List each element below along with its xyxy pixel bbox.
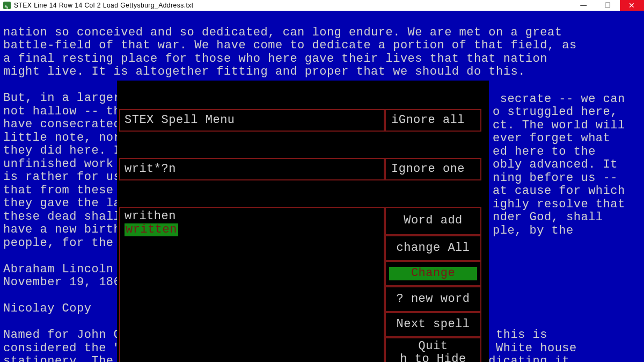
app-icon <box>3 2 11 9</box>
text-line: Nicolay Copy <box>3 302 91 315</box>
text-line-left: unfinished work <box>3 157 121 171</box>
suggestion-item-selected[interactable]: written <box>125 223 379 237</box>
text-line-right: ighly resolve that <box>493 198 625 211</box>
text-line-right: nder God, shall <box>493 211 603 224</box>
text-line-right: at cause for which <box>493 184 625 198</box>
hide-hint: h to Hide <box>400 353 466 362</box>
text-line-left: But, in a larger <box>3 91 128 105</box>
text-line-left: not hallow -- th <box>3 105 121 118</box>
window-titlebar: STEX Line 14 Row 14 Col 2 Load Gettysbur… <box>0 0 644 11</box>
text-line-right: ed here to the <box>493 145 596 158</box>
text-line: a final resting place for those who here… <box>3 52 547 66</box>
text-line-left: that from these <box>3 184 121 197</box>
new-word-button[interactable]: ? new word <box>385 286 481 312</box>
text-line-left: little note, nor <box>3 131 128 144</box>
text-line-right: ple, by the <box>493 224 574 237</box>
text-line-left: have a new birth <box>3 223 128 236</box>
change-all-button[interactable]: change All <box>385 235 481 261</box>
text-line-left: people, for the <box>3 236 121 250</box>
text-line-right: secrate -- we can <box>493 92 625 106</box>
text-line-right: ct. The world will <box>493 119 625 132</box>
close-button[interactable]: ✕ <box>620 0 644 11</box>
text-line-left: is rather for us <box>3 170 128 184</box>
ignore-one-button[interactable]: Ignore one <box>385 158 481 180</box>
maximize-button[interactable]: ❐ <box>596 0 620 11</box>
text-line: Abraham Lincoln <box>3 263 114 276</box>
text-line-left: these dead shall <box>3 210 128 223</box>
spell-menu-dialog: STEX Spell Menu iGnore all writ*?n Ignor… <box>117 81 489 362</box>
ignore-all-button[interactable]: iGnore all <box>385 109 481 132</box>
minimize-button[interactable]: — <box>572 0 596 11</box>
titlebar-text: STEX Line 14 Row 14 Col 2 Load Gettysbur… <box>14 0 194 12</box>
change-button[interactable]: Change <box>385 261 481 287</box>
suggestion-item[interactable]: writhen <box>125 210 379 223</box>
text-line: battle-field of that war. We have come t… <box>3 39 577 52</box>
quit-button[interactable]: Quit h to Hide <box>385 337 481 362</box>
text-editor[interactable]: nation so conceived and so dedicated, ca… <box>0 11 644 362</box>
text-line-left: have consecrated <box>3 118 128 131</box>
window-buttons: — ❐ ✕ <box>572 0 644 11</box>
text-line: November 19, 186 <box>3 276 121 289</box>
text-line-right: o struggled here, <box>493 105 618 119</box>
text-line-left: they did here. I <box>3 144 121 157</box>
text-line-right: obly advanced. It <box>493 158 618 171</box>
quit-label: Quit <box>419 340 448 353</box>
text-line-right: ning before us -- <box>493 171 618 185</box>
text-right-block: secrate -- we can o struggled here, ct. … <box>493 79 625 251</box>
dialog-title: STEX Spell Menu <box>119 109 385 132</box>
next-spell-button[interactable]: Next spell <box>385 312 481 338</box>
word-add-button[interactable]: Word add <box>385 207 481 235</box>
suggestion-list[interactable]: writhen written <box>119 207 385 362</box>
text-line: nation so conceived and so dedicated, ca… <box>3 26 562 39</box>
text-line-right: ever forget what <box>493 132 610 145</box>
text-line: might live. It is altogether fitting and… <box>3 65 525 78</box>
text-line-left: they gave the la <box>3 197 121 210</box>
spell-pattern: writ*?n <box>119 158 385 180</box>
